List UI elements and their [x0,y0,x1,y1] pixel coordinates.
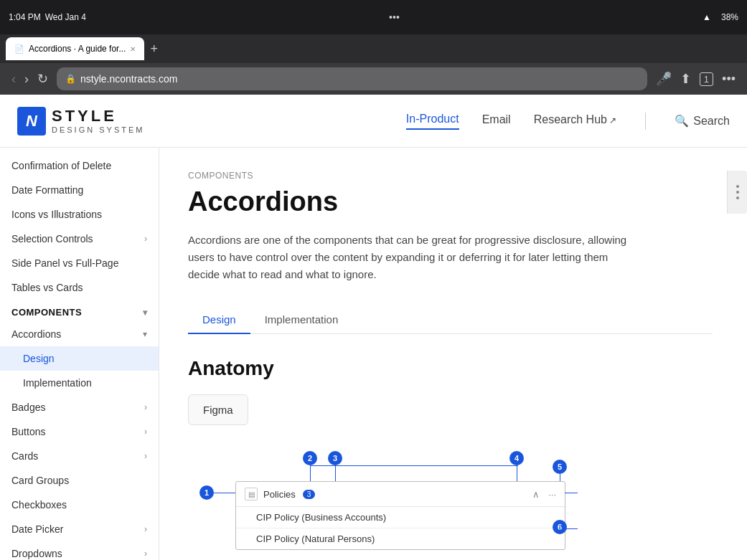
accordion-header-row: ▤ Policies 3 ∧ ··· [236,482,565,507]
url-input[interactable]: 🔒 nstyle.ncontracts.com [57,67,647,90]
line-6 [560,527,560,534]
sidebar-item-icons[interactable]: Icons vs Illustrations [0,202,159,227]
chevron-right-icon: › [144,234,147,244]
address-bar: ‹ › ↻ 🔒 nstyle.ncontracts.com 🎤 ⬆ 1 ••• [0,63,747,95]
sidebar-item-checkboxes[interactable]: Checkboxes [0,493,159,517]
page-description: Accordions are one of the components tha… [188,232,633,283]
sidebar-item-date-picker[interactable]: Date Picker › [0,517,159,541]
breadcrumb: COMPONENTS [188,171,713,181]
sidebar-item-design[interactable]: Design [0,346,159,371]
time: 1:04 PM [9,12,41,22]
main-content: COMPONENTS Accordions Accordions are one… [159,148,747,560]
accordion-sub-row-2: CIP Policy (Natural Persons) [236,528,565,549]
callout-2: 2 [303,451,317,465]
tab-close-button[interactable]: ✕ [130,45,136,53]
tab-implementation[interactable]: Implementation [250,306,353,334]
line-2 [310,465,311,481]
share-icon[interactable]: ⬆ [680,71,691,87]
sidebar-item-card-groups[interactable]: Card Groups [0,468,159,493]
logo-icon: N [17,107,46,136]
callout-3: 3 [328,451,342,465]
figma-link[interactable]: Figma [188,394,248,425]
sidebar-section-components: COMPONENTS ▾ [0,300,159,322]
sidebar-item-cards[interactable]: Cards › [0,444,159,468]
page-title: Accordions [188,186,713,217]
anatomy-diagram: 1 2 3 4 5 [188,448,619,549]
line-3 [335,465,336,481]
section-chevron-icon: ▾ [143,308,148,318]
nav-in-product[interactable]: In-Product [406,113,459,130]
browser-status-bar: 1:04 PM Wed Jan 4 ••• ▲ 38% [0,0,747,34]
logo-style-text: STYLE [52,108,144,125]
content-inner: COMPONENTS Accordions Accordions are one… [159,148,747,560]
nav-email[interactable]: Email [482,113,511,129]
nav-research-hub[interactable]: Research Hub [534,113,617,129]
accordions-chevron-icon: ▾ [143,329,147,339]
url-text: nstyle.ncontracts.com [80,73,177,85]
search-icon: 🔍 [675,114,689,128]
tab-title: Accordions · A guide for... [29,44,126,54]
dots-icon: ··· [548,489,556,500]
microphone-icon[interactable]: 🎤 [656,71,672,87]
sidebar-item-buttons[interactable]: Buttons › [0,419,159,444]
row-icon: ▤ [245,488,258,500]
sidebar: Confirmation of Delete Date Formatting I… [0,148,159,560]
panel-dot [736,185,739,188]
more-icon[interactable]: ••• [722,72,736,87]
app-header: N STYLE DESIGN SYSTEM In-Product Email R… [0,95,747,148]
sidebar-item-date-formatting[interactable]: Date Formatting [0,178,159,202]
sidebar-item-implementation[interactable]: Implementation [0,371,159,395]
ellipsis-icon: ••• [389,11,400,23]
callout-5: 5 [553,460,567,474]
back-button[interactable]: ‹ [11,72,16,87]
accordion-sub-row-1: CIP Policy (Business Accounts) [236,507,565,528]
h-line-5 [565,493,578,493]
line-1 [214,493,235,493]
expand-icon: ∧ [532,489,540,500]
tab-design[interactable]: Design [188,306,250,334]
panel-dot [736,191,739,194]
time-display: 1:04 PM Wed Jan 4 [9,12,86,22]
h-line-6 [565,528,578,529]
accordion-container: ▤ Policies 3 ∧ ··· CIP Policy (Business … [235,481,565,550]
badge-count: 3 [303,490,316,499]
right-panel-toggle[interactable] [727,171,747,214]
sidebar-item-accordions[interactable]: Accordions ▾ [0,322,159,346]
accordion-label: Policies [263,489,296,500]
anatomy-heading: Anatomy [188,357,713,380]
forward-button[interactable]: › [24,72,29,87]
sidebar-item-badges[interactable]: Badges › [0,395,159,419]
sidebar-item-dropdowns[interactable]: Dropdowns › [0,541,159,560]
sidebar-item-tables[interactable]: Tables vs Cards [0,275,159,300]
search-button[interactable]: 🔍 Search [675,114,730,128]
sidebar-item-confirmation[interactable]: Confirmation of Delete [0,153,159,178]
lock-icon: 🔒 [65,74,76,84]
date-picker-chevron-icon: › [144,524,147,534]
main-nav: In-Product Email Research Hub 🔍 Search [406,113,730,130]
sidebar-item-selection-controls[interactable]: Selection Controls › [0,227,159,251]
nav-divider [645,113,646,130]
content-tabs: Design Implementation [188,306,713,334]
callout-4: 4 [509,451,524,465]
date: Wed Jan 4 [45,12,86,22]
new-tab-button[interactable]: + [147,42,161,57]
panel-dot [736,196,739,199]
badges-chevron-icon: › [144,402,147,412]
logo[interactable]: N STYLE DESIGN SYSTEM [17,107,144,136]
tab-favicon: 📄 [14,44,24,54]
h-line-top [310,465,518,466]
buttons-chevron-icon: › [144,427,147,437]
tabs-icon[interactable]: 1 [700,72,713,86]
address-bar-icons: 🎤 ⬆ 1 ••• [656,71,736,87]
battery: 38% [721,12,738,22]
sidebar-item-side-panel[interactable]: Side Panel vs Full-Page [0,251,159,275]
active-tab[interactable]: 📄 Accordions · A guide for... ✕ [6,37,144,60]
wifi-icon: ▲ [703,12,711,22]
main-layout: Confirmation of Delete Date Formatting I… [0,148,747,560]
callout-1: 1 [199,485,214,500]
cards-chevron-icon: › [144,451,147,461]
line-4 [517,465,517,481]
dropdowns-chevron-icon: › [144,549,147,559]
reload-button[interactable]: ↻ [37,71,48,87]
tab-bar: 📄 Accordions · A guide for... ✕ + [0,34,747,63]
